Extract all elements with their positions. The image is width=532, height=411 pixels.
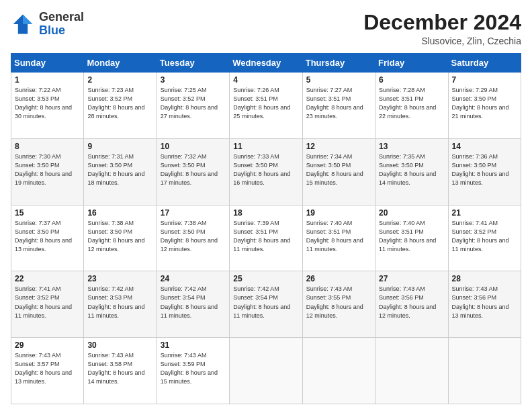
title-block: December 2024 Slusovice, Zlin, Czechia <box>363 11 521 46</box>
calendar-cell <box>375 338 448 404</box>
calendar-cell: 1Sunrise: 7:22 AM Sunset: 3:53 PM Daylig… <box>11 73 84 139</box>
calendar-cell: 22Sunrise: 7:41 AM Sunset: 3:52 PM Dayli… <box>11 271 84 338</box>
calendar-cell: 8Sunrise: 7:30 AM Sunset: 3:50 PM Daylig… <box>11 138 84 205</box>
cell-details: Sunrise: 7:27 AM Sunset: 3:51 PM Dayligh… <box>306 86 371 121</box>
month-title: December 2024 <box>363 11 521 34</box>
calendar-cell: 25Sunrise: 7:42 AM Sunset: 3:54 PM Dayli… <box>230 271 302 338</box>
day-number: 25 <box>233 274 298 283</box>
calendar-cell: 23Sunrise: 7:42 AM Sunset: 3:53 PM Dayli… <box>84 271 157 338</box>
day-number: 7 <box>452 75 517 85</box>
cell-details: Sunrise: 7:36 AM Sunset: 3:50 PM Dayligh… <box>452 152 517 187</box>
cell-details: Sunrise: 7:28 AM Sunset: 3:51 PM Dayligh… <box>379 86 444 121</box>
day-number: 21 <box>452 208 517 218</box>
cell-details: Sunrise: 7:42 AM Sunset: 3:54 PM Dayligh… <box>233 285 298 320</box>
cell-details: Sunrise: 7:43 AM Sunset: 3:58 PM Dayligh… <box>87 351 152 386</box>
week-row-2: 8Sunrise: 7:30 AM Sunset: 3:50 PM Daylig… <box>11 138 521 205</box>
cell-details: Sunrise: 7:29 AM Sunset: 3:50 PM Dayligh… <box>452 86 517 121</box>
day-number: 2 <box>87 75 152 85</box>
calendar-cell: 21Sunrise: 7:41 AM Sunset: 3:52 PM Dayli… <box>448 205 521 271</box>
cell-details: Sunrise: 7:40 AM Sunset: 3:51 PM Dayligh… <box>379 219 444 254</box>
calendar-cell: 4Sunrise: 7:26 AM Sunset: 3:51 PM Daylig… <box>230 73 302 139</box>
cell-details: Sunrise: 7:43 AM Sunset: 3:55 PM Dayligh… <box>306 285 371 320</box>
cell-details: Sunrise: 7:40 AM Sunset: 3:51 PM Dayligh… <box>306 219 371 254</box>
calendar-table: SundayMondayTuesdayWednesdayThursdayFrid… <box>11 53 521 404</box>
cell-details: Sunrise: 7:39 AM Sunset: 3:51 PM Dayligh… <box>233 219 298 254</box>
page: General Blue December 2024 Slusovice, Zl… <box>0 0 532 411</box>
cell-details: Sunrise: 7:23 AM Sunset: 3:52 PM Dayligh… <box>87 86 152 121</box>
cell-details: Sunrise: 7:38 AM Sunset: 3:50 PM Dayligh… <box>161 219 226 254</box>
day-number: 3 <box>161 75 226 85</box>
calendar-cell: 13Sunrise: 7:35 AM Sunset: 3:50 PM Dayli… <box>375 138 448 205</box>
weekday-wednesday: Wednesday <box>230 54 302 73</box>
cell-details: Sunrise: 7:42 AM Sunset: 3:53 PM Dayligh… <box>87 285 152 320</box>
cell-details: Sunrise: 7:37 AM Sunset: 3:50 PM Dayligh… <box>15 219 80 254</box>
calendar-cell: 24Sunrise: 7:42 AM Sunset: 3:54 PM Dayli… <box>157 271 229 338</box>
cell-details: Sunrise: 7:31 AM Sunset: 3:50 PM Dayligh… <box>87 152 152 187</box>
cell-details: Sunrise: 7:33 AM Sunset: 3:50 PM Dayligh… <box>233 152 298 187</box>
day-number: 4 <box>233 75 298 85</box>
cell-details: Sunrise: 7:34 AM Sunset: 3:50 PM Dayligh… <box>306 152 371 187</box>
cell-details: Sunrise: 7:43 AM Sunset: 3:59 PM Dayligh… <box>161 351 226 386</box>
calendar-cell: 12Sunrise: 7:34 AM Sunset: 3:50 PM Dayli… <box>302 138 375 205</box>
cell-details: Sunrise: 7:25 AM Sunset: 3:52 PM Dayligh… <box>161 86 226 121</box>
weekday-monday: Monday <box>84 54 157 73</box>
cell-details: Sunrise: 7:35 AM Sunset: 3:50 PM Dayligh… <box>379 152 444 187</box>
calendar-cell: 15Sunrise: 7:37 AM Sunset: 3:50 PM Dayli… <box>11 205 84 271</box>
cell-details: Sunrise: 7:22 AM Sunset: 3:53 PM Dayligh… <box>15 86 80 121</box>
header: General Blue December 2024 Slusovice, Zl… <box>11 11 521 46</box>
calendar-cell: 31Sunrise: 7:43 AM Sunset: 3:59 PM Dayli… <box>157 338 229 404</box>
day-number: 30 <box>87 340 152 350</box>
day-number: 9 <box>87 142 152 151</box>
day-number: 26 <box>306 274 371 283</box>
day-number: 18 <box>233 208 298 218</box>
weekday-header-row: SundayMondayTuesdayWednesdayThursdayFrid… <box>11 54 521 73</box>
calendar-cell: 26Sunrise: 7:43 AM Sunset: 3:55 PM Dayli… <box>302 271 375 338</box>
calendar-cell: 27Sunrise: 7:43 AM Sunset: 3:56 PM Dayli… <box>375 271 448 338</box>
week-row-3: 15Sunrise: 7:37 AM Sunset: 3:50 PM Dayli… <box>11 205 521 271</box>
day-number: 10 <box>161 142 226 151</box>
day-number: 14 <box>452 142 517 151</box>
logo-text: General Blue <box>39 11 84 38</box>
day-number: 31 <box>161 340 226 350</box>
logo-general: General <box>39 11 84 24</box>
cell-details: Sunrise: 7:41 AM Sunset: 3:52 PM Dayligh… <box>15 285 80 320</box>
calendar-cell: 5Sunrise: 7:27 AM Sunset: 3:51 PM Daylig… <box>302 73 375 139</box>
weekday-saturday: Saturday <box>448 54 521 73</box>
calendar-cell: 11Sunrise: 7:33 AM Sunset: 3:50 PM Dayli… <box>230 138 302 205</box>
day-number: 15 <box>15 208 80 218</box>
cell-details: Sunrise: 7:43 AM Sunset: 3:57 PM Dayligh… <box>15 351 80 386</box>
calendar-cell: 19Sunrise: 7:40 AM Sunset: 3:51 PM Dayli… <box>302 205 375 271</box>
calendar-cell: 3Sunrise: 7:25 AM Sunset: 3:52 PM Daylig… <box>157 73 229 139</box>
day-number: 24 <box>161 274 226 283</box>
weekday-friday: Friday <box>375 54 448 73</box>
day-number: 19 <box>306 208 371 218</box>
svg-marker-1 <box>23 14 32 24</box>
calendar-cell: 16Sunrise: 7:38 AM Sunset: 3:50 PM Dayli… <box>84 205 157 271</box>
logo-blue: Blue <box>39 24 84 38</box>
day-number: 6 <box>379 75 444 85</box>
calendar-cell: 9Sunrise: 7:31 AM Sunset: 3:50 PM Daylig… <box>84 138 157 205</box>
week-row-4: 22Sunrise: 7:41 AM Sunset: 3:52 PM Dayli… <box>11 271 521 338</box>
cell-details: Sunrise: 7:32 AM Sunset: 3:50 PM Dayligh… <box>161 152 226 187</box>
weekday-tuesday: Tuesday <box>157 54 229 73</box>
day-number: 12 <box>306 142 371 151</box>
day-number: 13 <box>379 142 444 151</box>
day-number: 8 <box>15 142 80 151</box>
day-number: 5 <box>306 75 371 85</box>
calendar-cell: 14Sunrise: 7:36 AM Sunset: 3:50 PM Dayli… <box>448 138 521 205</box>
location: Slusovice, Zlin, Czechia <box>363 36 521 46</box>
day-number: 27 <box>379 274 444 283</box>
calendar-cell: 10Sunrise: 7:32 AM Sunset: 3:50 PM Dayli… <box>157 138 229 205</box>
cell-details: Sunrise: 7:26 AM Sunset: 3:51 PM Dayligh… <box>233 86 298 121</box>
cell-details: Sunrise: 7:41 AM Sunset: 3:52 PM Dayligh… <box>452 219 517 254</box>
calendar-cell: 2Sunrise: 7:23 AM Sunset: 3:52 PM Daylig… <box>84 73 157 139</box>
calendar-cell: 6Sunrise: 7:28 AM Sunset: 3:51 PM Daylig… <box>375 73 448 139</box>
calendar-cell: 18Sunrise: 7:39 AM Sunset: 3:51 PM Dayli… <box>230 205 302 271</box>
calendar-cell <box>302 338 375 404</box>
day-number: 29 <box>15 340 80 350</box>
weekday-thursday: Thursday <box>302 54 375 73</box>
calendar-cell <box>230 338 302 404</box>
cell-details: Sunrise: 7:43 AM Sunset: 3:56 PM Dayligh… <box>452 285 517 320</box>
week-row-1: 1Sunrise: 7:22 AM Sunset: 3:53 PM Daylig… <box>11 73 521 139</box>
calendar-cell: 7Sunrise: 7:29 AM Sunset: 3:50 PM Daylig… <box>448 73 521 139</box>
